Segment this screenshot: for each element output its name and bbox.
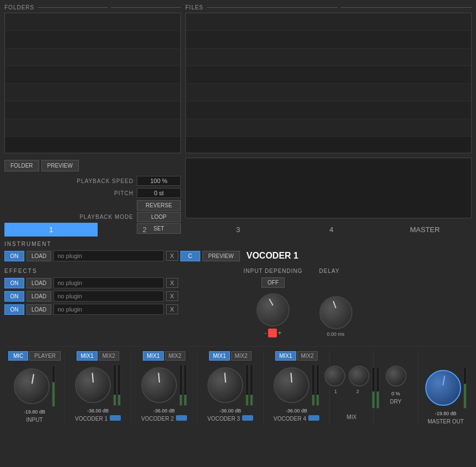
vocoder1-mix2-button[interactable]: MIX2 bbox=[99, 351, 119, 361]
mix-ch-labels: 1 2 bbox=[325, 389, 368, 394]
list-item[interactable] bbox=[5, 84, 180, 101]
list-item[interactable] bbox=[5, 13, 180, 31]
list-item[interactable] bbox=[186, 119, 471, 137]
list-item[interactable] bbox=[186, 66, 471, 84]
vocoder2-fader-1[interactable] bbox=[179, 364, 183, 406]
vocoder3-knob[interactable] bbox=[207, 367, 243, 403]
vocoder3-mix1-button[interactable]: MIX1 bbox=[209, 351, 229, 361]
input-depending-knob[interactable] bbox=[256, 293, 290, 326]
instrument-on-button[interactable]: ON bbox=[4, 251, 24, 261]
effect1-on-button[interactable]: ON bbox=[4, 278, 24, 288]
vocoder3-label-row: VOCODER 3 bbox=[207, 414, 253, 422]
vocoder3-mix2-button[interactable]: MIX2 bbox=[231, 351, 252, 361]
instrument-x-button[interactable]: X bbox=[166, 251, 178, 261]
effect1-load-button[interactable]: LOAD bbox=[26, 278, 51, 288]
list-item[interactable] bbox=[5, 31, 180, 49]
tab-4[interactable]: 4 bbox=[285, 223, 378, 237]
mix-knob-1[interactable] bbox=[324, 366, 345, 387]
vocoder3-fader-1[interactable] bbox=[245, 364, 249, 406]
tab-2[interactable]: 2 bbox=[98, 223, 191, 237]
vocoder4-knob[interactable] bbox=[274, 367, 309, 403]
effect1-x-button[interactable]: X bbox=[166, 278, 178, 288]
preview-button[interactable]: PREVIEW bbox=[41, 160, 79, 171]
vocoder1-faders bbox=[113, 363, 121, 407]
playback-mode-label: PLAYBACK MODE bbox=[73, 214, 133, 220]
vocoder4-fader-1[interactable] bbox=[312, 364, 315, 406]
vocoder3-fader-2[interactable] bbox=[250, 364, 253, 406]
playback-speed-label: PLAYBACK SPEED bbox=[73, 178, 133, 184]
mic-button[interactable]: MIC bbox=[8, 351, 28, 361]
vocoder3-tag bbox=[242, 415, 253, 421]
vocoder4-mix1-button[interactable]: MIX1 bbox=[275, 351, 296, 361]
effect2-x-button[interactable]: X bbox=[166, 291, 178, 301]
effect1-plugin-field[interactable]: no plugin bbox=[54, 277, 164, 288]
input-knob[interactable] bbox=[14, 368, 50, 404]
playback-speed-value[interactable]: 100 % bbox=[137, 176, 181, 186]
effect3-plugin-field[interactable]: no plugin bbox=[54, 304, 164, 315]
list-item[interactable] bbox=[5, 66, 180, 84]
master-fader-1[interactable] bbox=[463, 367, 467, 409]
effect-row-3: ON LOAD no plugin X bbox=[4, 304, 233, 315]
gain-minus-icon[interactable]: - bbox=[265, 329, 267, 337]
input-fader-1[interactable] bbox=[52, 366, 55, 407]
vocoder4-mix2-button[interactable]: MIX2 bbox=[297, 351, 318, 361]
folders-list[interactable] bbox=[4, 13, 181, 153]
mix-fader-2[interactable] bbox=[376, 367, 379, 409]
dry-knob[interactable] bbox=[386, 366, 407, 387]
dry-channel: 0 % DRY bbox=[374, 351, 418, 425]
effect2-load-button[interactable]: LOAD bbox=[26, 291, 51, 302]
vocoder4-channel: MIX1 MIX2 -36.00 dB VOCODER 4 bbox=[264, 351, 330, 425]
vocoder4-fader-2[interactable] bbox=[316, 364, 319, 406]
vocoder1-knob[interactable] bbox=[75, 367, 111, 403]
master-out-label: MASTER OUT bbox=[427, 418, 464, 425]
vocoder2-mix2-button[interactable]: MIX2 bbox=[165, 351, 185, 361]
list-item[interactable] bbox=[186, 101, 471, 119]
tab-1[interactable]: 1 bbox=[4, 223, 98, 237]
list-item[interactable] bbox=[5, 101, 180, 119]
list-item[interactable] bbox=[186, 49, 471, 66]
file-buttons: FOLDER PREVIEW bbox=[4, 160, 181, 171]
input-depending-group: INPUT DEPENDING OFF - + bbox=[244, 268, 303, 337]
vocoder1-fader-1[interactable] bbox=[113, 364, 116, 406]
effect3-on-button[interactable]: ON bbox=[4, 304, 24, 315]
vocoder1-mix1-button[interactable]: MIX1 bbox=[77, 351, 97, 361]
tab-master[interactable]: MASTER bbox=[378, 223, 472, 237]
player-button[interactable]: PLAYER bbox=[29, 351, 61, 361]
files-list[interactable] bbox=[185, 13, 472, 153]
vocoder1-fader-2[interactable] bbox=[117, 364, 121, 406]
instrument-key-button[interactable]: C bbox=[180, 251, 200, 261]
input-db: -19.80 dB bbox=[24, 409, 45, 415]
folder-button[interactable]: FOLDER bbox=[4, 160, 39, 171]
vocoder2-db: -36.00 dB bbox=[153, 408, 175, 414]
instrument-load-button[interactable]: LOAD bbox=[26, 251, 51, 261]
loop-button[interactable]: LOOP bbox=[137, 212, 181, 222]
mix-fader-1[interactable] bbox=[372, 367, 375, 409]
list-item[interactable] bbox=[186, 31, 471, 49]
effect2-on-button[interactable]: ON bbox=[4, 291, 24, 302]
effect3-x-button[interactable]: X bbox=[166, 304, 178, 314]
list-item[interactable] bbox=[5, 119, 180, 137]
vocoder3-knob-row bbox=[207, 363, 253, 407]
effect3-load-button[interactable]: LOAD bbox=[26, 304, 51, 315]
vocoder2-mix1-button[interactable]: MIX1 bbox=[143, 351, 163, 361]
gain-strip: - + bbox=[265, 329, 282, 337]
vocoder2-knob[interactable] bbox=[141, 367, 177, 403]
pitch-value[interactable]: 0 st bbox=[137, 188, 181, 198]
effect2-plugin-field[interactable]: no plugin bbox=[54, 291, 164, 302]
vocoder2-fader-2[interactable] bbox=[184, 364, 187, 406]
input-knob-row bbox=[14, 364, 55, 408]
master-knob[interactable] bbox=[425, 370, 461, 406]
gain-plus-icon[interactable]: + bbox=[278, 329, 282, 337]
mix-ch2-label: 2 bbox=[347, 389, 368, 394]
list-item[interactable] bbox=[186, 13, 471, 31]
mix-knob-2[interactable] bbox=[349, 366, 370, 387]
vocoder1-knob-row bbox=[75, 363, 121, 407]
list-item[interactable] bbox=[5, 49, 180, 66]
tab-3[interactable]: 3 bbox=[191, 223, 285, 237]
delay-knob[interactable] bbox=[319, 296, 352, 329]
instrument-preview-button[interactable]: PREVIEW bbox=[202, 251, 240, 261]
list-item[interactable] bbox=[186, 84, 471, 101]
reverse-button[interactable]: REVERSE bbox=[137, 200, 181, 211]
instrument-plugin-field[interactable]: no plugin bbox=[54, 250, 164, 261]
input-depending-off-button[interactable]: OFF bbox=[261, 277, 285, 288]
